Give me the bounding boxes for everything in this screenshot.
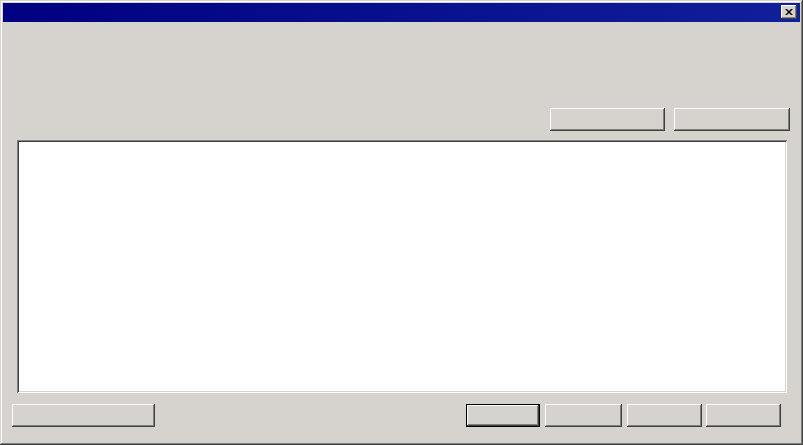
table-header-row xyxy=(19,142,785,160)
output-file-button[interactable] xyxy=(674,108,790,131)
close-icon[interactable] xyxy=(781,5,797,19)
title-bar xyxy=(3,3,800,22)
delete-button[interactable] xyxy=(627,404,702,427)
policy-setup-dialog xyxy=(0,0,803,445)
add-from-file-button[interactable] xyxy=(550,108,665,131)
apply-policies-all-hosts-button[interactable] xyxy=(12,404,155,427)
add-button[interactable] xyxy=(466,404,540,427)
cancel-button[interactable] xyxy=(706,404,781,427)
change-button[interactable] xyxy=(545,404,622,427)
policies-table xyxy=(17,140,787,393)
